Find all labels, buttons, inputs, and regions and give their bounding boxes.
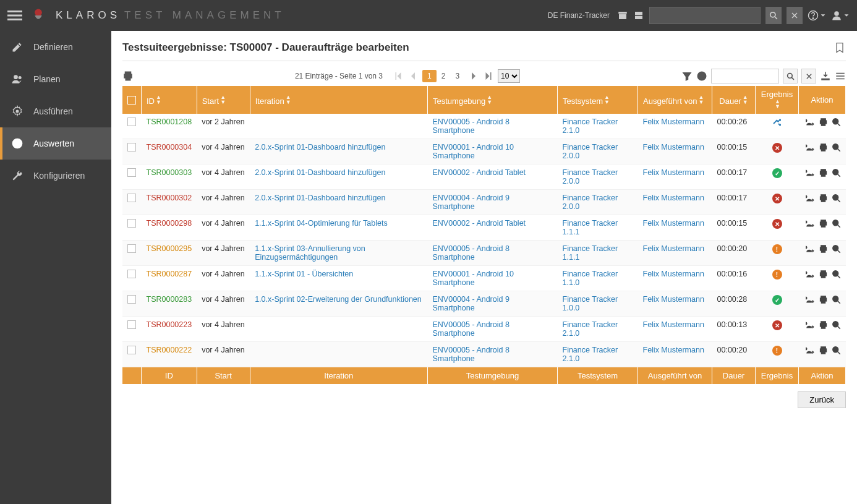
print-row-icon[interactable] [819,168,828,177]
columns-icon[interactable] [835,70,846,82]
testsystem-link[interactable]: Finance Tracker 2.0.0 [563,143,618,160]
row-checkbox[interactable] [127,143,136,152]
iteration-link[interactable]: 2.0.x-Sprint 01-Dashboard hinzufügen [255,168,385,177]
column-header-checkbox[interactable] [122,86,142,114]
sidebar-item-ausführen[interactable]: Ausführen [0,95,111,127]
print-row-icon[interactable] [819,194,828,203]
assign-icon[interactable] [806,244,815,254]
table-filter-input[interactable] [711,69,779,83]
result-id-link[interactable]: TSR0000303 [147,168,192,177]
row-checkbox[interactable] [127,270,136,278]
iteration-link[interactable]: 1.1.x-Sprint 03-Annullierung von Einzugs… [255,244,365,262]
print-row-icon[interactable] [819,295,828,304]
user-link[interactable]: Felix Mustermann [643,346,704,354]
column-header-Testsystem[interactable]: Testsystem▲▼ [558,86,638,114]
result-id-link[interactable]: TSR0000295 [147,244,192,253]
view-icon[interactable] [832,143,841,152]
testsystem-link[interactable]: Finance Tracker 1.1.0 [563,270,618,287]
environment-link[interactable]: ENV00005 - Android 8 Smartphone [433,244,510,262]
pager-first-button[interactable] [393,70,404,82]
page-number-2[interactable]: 2 [437,70,451,82]
print-row-icon[interactable] [819,117,828,127]
global-search-input[interactable] [649,7,761,24]
table-filter-clear-button[interactable] [801,69,816,83]
sidebar-item-planen[interactable]: Planen [0,63,111,95]
page-number-1[interactable]: 1 [422,70,437,82]
testsystem-link[interactable]: Finance Tracker 2.1.0 [563,346,618,363]
testsystem-link[interactable]: Finance Tracker 2.1.0 [563,117,618,135]
row-checkbox[interactable] [127,295,136,304]
testsystem-link[interactable]: Finance Tracker 2.0.0 [563,168,618,186]
print-row-icon[interactable] [819,270,828,279]
view-icon[interactable] [832,346,841,355]
row-checkbox[interactable] [127,244,136,253]
result-id-link[interactable]: TSR0000304 [147,143,192,152]
menu-toggle-button[interactable] [7,8,22,23]
column-header-ID[interactable]: ID▲▼ [142,86,197,114]
column-header-Testumgebung[interactable]: Testumgebung▲▼ [428,86,558,114]
assign-icon[interactable] [806,219,815,228]
global-search-clear-button[interactable] [787,7,803,24]
assign-icon[interactable] [806,117,815,127]
user-link[interactable]: Felix Mustermann [643,194,704,202]
sidebar-item-definieren[interactable]: Definieren [0,31,111,63]
result-id-link[interactable]: TSR0000283 [147,295,192,304]
environment-link[interactable]: ENV00004 - Android 9 Smartphone [433,194,510,211]
environment-link[interactable]: ENV00001 - Android 10 Smartphone [433,143,514,160]
user-link[interactable]: Felix Mustermann [643,320,704,329]
history-icon[interactable] [696,70,707,82]
iteration-link[interactable]: 1.1.x-Sprint 04-Optimierung für Tablets [255,219,387,228]
testsystem-link[interactable]: Finance Tracker 1.0.0 [563,295,618,312]
user-link[interactable]: Felix Mustermann [643,168,704,177]
row-checkbox[interactable] [127,219,136,228]
row-checkbox[interactable] [127,168,136,177]
iteration-link[interactable]: 1.0.x-Sprint 02-Erweiterung der Grundfun… [255,295,422,304]
back-button[interactable]: Zurück [798,391,846,408]
result-id-link[interactable]: TSR0000223 [147,320,192,329]
print-row-icon[interactable] [819,219,828,228]
pager-last-button[interactable] [483,70,494,82]
page-number-3[interactable]: 3 [450,70,464,82]
result-id-link[interactable]: TSR0001208 [147,117,192,126]
result-id-link[interactable]: TSR0000298 [147,219,192,228]
assign-icon[interactable] [806,346,815,355]
view-icon[interactable] [832,244,841,254]
testsystem-link[interactable]: Finance Tracker 2.1.0 [563,320,618,338]
view-icon[interactable] [832,117,841,127]
column-header-Ergebnis[interactable]: Ergebnis▲▼ [756,86,799,114]
print-row-icon[interactable] [819,346,828,355]
assign-icon[interactable] [806,295,815,304]
server-icon[interactable] [633,10,644,21]
bookmark-icon[interactable] [834,41,846,54]
environment-link[interactable]: ENV00004 - Android 9 Smartphone [433,295,510,312]
testsystem-link[interactable]: Finance Tracker 2.0.0 [563,194,618,211]
view-icon[interactable] [832,219,841,228]
assign-icon[interactable] [806,194,815,203]
row-checkbox[interactable] [127,320,136,329]
print-row-icon[interactable] [819,143,828,152]
result-id-link[interactable]: TSR0000302 [147,194,192,202]
sidebar-item-auswerten[interactable]: Auswerten [0,127,111,160]
testsystem-link[interactable]: Finance Tracker 1.1.1 [563,219,618,236]
column-header-Ausgeführt von[interactable]: Ausgeführt von▲▼ [638,86,712,114]
user-link[interactable]: Felix Mustermann [643,219,704,228]
row-checkbox[interactable] [127,117,136,126]
user-link[interactable]: Felix Mustermann [643,244,704,253]
sidebar-item-konfigurieren[interactable]: Konfigurieren [0,160,111,192]
assign-icon[interactable] [806,270,815,279]
filter-icon[interactable] [681,70,693,82]
user-link[interactable]: Felix Mustermann [643,143,704,152]
view-icon[interactable] [832,194,841,203]
user-link[interactable]: Felix Mustermann [643,295,704,304]
environment-link[interactable]: ENV00005 - Android 8 Smartphone [433,346,510,363]
user-link[interactable]: Felix Mustermann [643,117,704,126]
user-link[interactable]: Felix Mustermann [643,270,704,278]
archive-icon[interactable] [617,10,628,21]
view-icon[interactable] [832,270,841,279]
column-header-Iteration[interactable]: Iteration▲▼ [250,86,427,114]
assign-icon[interactable] [806,143,815,152]
user-menu[interactable] [831,10,850,21]
pager-next-button[interactable] [468,70,479,82]
export-icon[interactable] [820,70,831,82]
environment-link[interactable]: ENV00002 - Android Tablet [433,168,526,177]
